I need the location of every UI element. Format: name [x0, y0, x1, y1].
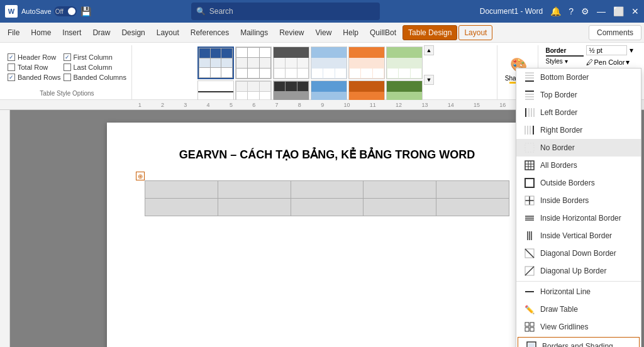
inside-horizontal-item[interactable]: Inside Horizontal Border: [516, 209, 641, 227]
banded-columns-checkbox[interactable]: [64, 74, 71, 81]
style-preview-5[interactable]: [348, 47, 385, 79]
menu-layout2[interactable]: Layout: [458, 25, 492, 40]
top-border-item[interactable]: Top Border: [516, 86, 641, 104]
close-button[interactable]: ✕: [631, 6, 639, 16]
pen-weight-input[interactable]: ½ pt: [586, 45, 627, 55]
table-move-handle[interactable]: ⊕: [136, 172, 145, 180]
notifications-icon[interactable]: 🔔: [550, 6, 561, 16]
menu-help[interactable]: Help: [338, 26, 364, 40]
menu-design[interactable]: Design: [116, 26, 150, 40]
style-preview-1[interactable]: [197, 47, 234, 79]
border-styles-btn[interactable]: Border Styles ▾: [546, 47, 584, 65]
view-gridlines-label: View Gridlines: [540, 322, 588, 331]
style-preview-3[interactable]: [273, 47, 309, 79]
table-cell[interactable]: [436, 199, 509, 216]
menu-layout[interactable]: Layout: [152, 26, 184, 40]
checkbox-col-1: Header Row Total Row Banded Rows: [8, 53, 61, 81]
inside-vertical-item[interactable]: Inside Vertical Border: [516, 227, 641, 245]
inside-borders-item[interactable]: Inside Borders: [516, 192, 641, 209]
view-gridlines-item[interactable]: View Gridlines: [516, 318, 641, 336]
pen-weight-dropdown[interactable]: ▾: [630, 46, 633, 55]
no-border-label: No Border: [540, 143, 575, 152]
bottom-border-item[interactable]: Bottom Border: [516, 69, 641, 86]
all-borders-label: All Borders: [540, 161, 577, 170]
svg-rect-8: [525, 108, 526, 117]
table-cell[interactable]: [436, 181, 509, 199]
banded-columns-option: Banded Columns: [64, 74, 126, 81]
first-column-checkbox[interactable]: [64, 53, 71, 61]
help-icon[interactable]: ?: [569, 6, 574, 16]
table-cell[interactable]: [145, 199, 218, 216]
table-cell[interactable]: [364, 181, 436, 199]
svg-line-33: [525, 249, 534, 258]
svg-rect-37: [525, 322, 529, 326]
table-cell[interactable]: [218, 181, 291, 199]
menu-table-design[interactable]: Table Design: [402, 25, 457, 40]
inside-vertical-label: Inside Vertical Border: [540, 231, 612, 240]
all-borders-item[interactable]: All Borders: [516, 157, 641, 174]
table-cell[interactable]: [291, 199, 364, 216]
banded-rows-checkbox[interactable]: [8, 74, 15, 81]
styles-scroll-down[interactable]: ▼: [424, 75, 434, 85]
style-preview-4[interactable]: [311, 47, 347, 79]
menu-home[interactable]: Home: [26, 26, 56, 40]
comments-button[interactable]: Comments: [589, 25, 641, 40]
left-border-item[interactable]: Left Border: [516, 104, 641, 121]
draw-table-item[interactable]: ✏️ Draw Table: [516, 300, 641, 318]
style-preview-6[interactable]: [386, 47, 423, 79]
left-border-label: Left Border: [540, 108, 577, 117]
header-row-checkbox[interactable]: [8, 53, 15, 61]
svg-rect-22: [525, 179, 534, 187]
search-bar[interactable]: 🔍 Search: [191, 3, 380, 20]
table-cell[interactable]: [145, 181, 218, 199]
menu-draw[interactable]: Draw: [87, 26, 115, 40]
menu-view[interactable]: View: [311, 26, 337, 40]
border-line-preview: [546, 55, 584, 57]
table-row: [145, 199, 509, 216]
borders-shading-label: Borders and Shading...: [542, 342, 619, 347]
document-title: GEARVN – CÁCH TẠO BẢNG, KẺ BẢNG TRONG WO…: [145, 148, 509, 162]
outside-borders-item[interactable]: Outside Borders: [516, 174, 641, 192]
view-gridlines-icon: [524, 321, 535, 333]
menu-references[interactable]: References: [186, 26, 234, 40]
minimize-button[interactable]: —: [597, 6, 606, 16]
total-row-label: Total Row: [18, 63, 48, 71]
borders-shading-item[interactable]: Borders and Shading...: [518, 337, 640, 347]
autosave-label: AutoSave: [21, 8, 52, 15]
table-cell[interactable]: [364, 199, 436, 216]
right-border-label: Right Border: [540, 126, 582, 135]
diagonal-up-icon: [524, 265, 535, 277]
maximize-button[interactable]: ⬜: [613, 6, 624, 16]
right-border-item[interactable]: Right Border: [516, 121, 641, 139]
header-row-label: Header Row: [18, 53, 56, 61]
header-row-option: Header Row: [8, 53, 61, 61]
diagonal-down-item[interactable]: Diagonal Down Border: [516, 245, 641, 262]
last-column-checkbox[interactable]: [64, 63, 71, 71]
svg-rect-42: [528, 343, 535, 347]
horizontal-line-item[interactable]: Horizontal Line: [516, 283, 641, 300]
style-preview-2[interactable]: [235, 47, 272, 79]
autosave-toggle[interactable]: Off: [54, 6, 77, 16]
table-cell[interactable]: [218, 199, 291, 216]
pen-color-dropdown[interactable]: ▾: [626, 58, 630, 67]
inside-vertical-icon: [524, 230, 535, 241]
menu-mailings[interactable]: Mailings: [235, 26, 273, 40]
total-row-checkbox[interactable]: [8, 63, 15, 71]
top-border-icon: [524, 89, 535, 101]
diagonal-up-item[interactable]: Diagonal Up Border: [516, 262, 641, 280]
right-border-icon: [524, 124, 535, 136]
menu-file[interactable]: File: [3, 26, 25, 40]
styles-scroll-up[interactable]: ▲: [424, 45, 434, 55]
document-table[interactable]: [145, 180, 509, 216]
menu-review[interactable]: Review: [274, 26, 309, 40]
settings-icon[interactable]: ⚙: [581, 6, 589, 16]
svg-rect-0: [525, 80, 534, 82]
menu-quillbot[interactable]: QuillBot: [365, 26, 401, 40]
table-cell[interactable]: [291, 181, 364, 199]
menu-insert[interactable]: Insert: [57, 26, 86, 40]
no-border-item[interactable]: No Border: [516, 139, 641, 157]
svg-line-35: [525, 267, 534, 275]
save-button[interactable]: 💾: [80, 6, 91, 16]
pen-color-btn[interactable]: 🖊 Pen Color ▾: [586, 58, 630, 67]
first-column-option: First Column: [64, 53, 126, 61]
